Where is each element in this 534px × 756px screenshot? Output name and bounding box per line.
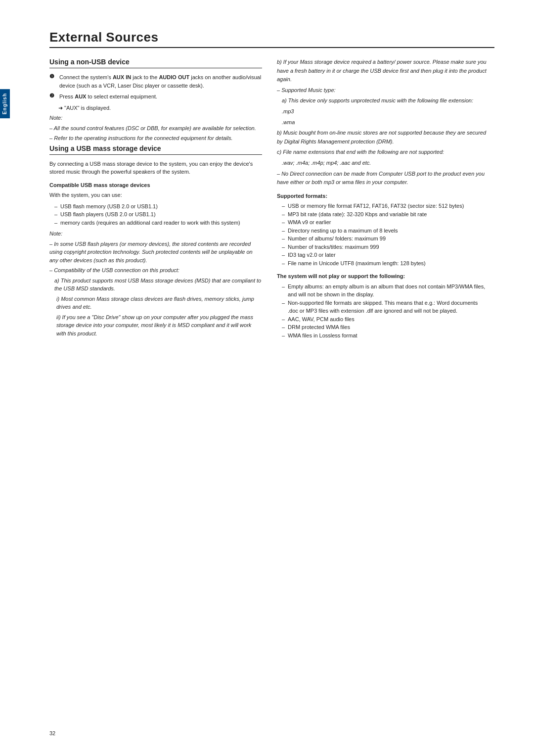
- no-play-item-1: Empty albums: an empty album is an album…: [282, 283, 490, 299]
- section2-title: Using a USB mass storage device: [49, 144, 262, 152]
- compatible-item-1: USB flash memory (USB 2.0 or USB1.1): [54, 202, 262, 211]
- note-2-line2: – Compatibility of the USB connection on…: [49, 266, 262, 275]
- note-2-line3: a) This product supports most USB Mass s…: [49, 277, 262, 293]
- compatible-intro: With the system, you can use:: [49, 191, 262, 199]
- supported-formats-title: Supported formats:: [277, 192, 490, 200]
- compatible-item-3: memory cards (requires an additional car…: [54, 219, 262, 227]
- right-note-supported-music: – Supported Music type:: [277, 86, 490, 95]
- format-item-5: Number of albums/ folders: maximum 99: [282, 235, 490, 243]
- english-tab: English: [0, 89, 10, 118]
- no-play-item-5: WMA files in Lossless format: [282, 331, 490, 340]
- no-play-item-2: Non-supported file formats are skipped. …: [282, 299, 490, 315]
- format-item-6: Number of tracks/titles: maximum 999: [282, 243, 490, 251]
- format-item-4: Directory nesting up to a maximum of 8 l…: [282, 227, 490, 235]
- format-item-2: MP3 bit rate (data rate): 32-320 Kbps an…: [282, 210, 490, 219]
- aux-in-bold: AUX IN: [113, 74, 131, 80]
- section1-rule: [49, 68, 262, 68]
- format-item-7: ID3 tag v2.0 or later: [282, 251, 490, 259]
- right-note-b: b) If your Mass storage device required …: [277, 58, 490, 84]
- right-note-wma: .wma: [277, 118, 490, 127]
- left-column: Using a non-USB device ❶ Connect the sys…: [49, 58, 262, 342]
- will-not-play-list: Empty albums: an empty album is an album…: [277, 283, 490, 340]
- compatible-item-2: USB flash players (USB 2.0 or USB1.1): [54, 210, 262, 219]
- two-column-layout: Using a non-USB device ❶ Connect the sys…: [49, 58, 494, 342]
- right-note-extensions: .wav; .m4a; .m4p; mp4; .aac and etc.: [277, 159, 490, 168]
- right-note-music-b: b) Music bought from on-line music store…: [277, 129, 490, 146]
- section2-rule: [49, 154, 262, 155]
- will-not-play-title: The system will not play or support the …: [277, 272, 490, 281]
- right-column: b) If your Mass storage device required …: [277, 58, 490, 342]
- step-1-content: Connect the system's AUX IN jack to the …: [59, 73, 262, 90]
- supported-formats-list: USB or memory file format FAT12, FAT16, …: [277, 202, 490, 267]
- compatible-items-list: USB flash memory (USB 2.0 or USB1.1) USB…: [49, 202, 262, 227]
- right-note-no-direct: – No Direct connection can be made from …: [277, 170, 490, 187]
- format-item-3: WMA v9 or earlier: [282, 218, 490, 227]
- note-label-1: Note:: [49, 114, 262, 122]
- step-2-num: ❷: [49, 93, 56, 99]
- title-rule: [49, 47, 494, 48]
- section1-title: Using a non-USB device: [49, 58, 262, 66]
- step-1-num: ❶: [49, 73, 56, 80]
- step-2: ❷ Press AUX to select external equipment…: [49, 93, 262, 101]
- arrow-note: ➜ "AUX" is displayed.: [49, 104, 262, 112]
- note-2-line4: i) Most common Mass storage class device…: [49, 295, 262, 311]
- section2-intro: By connecting a USB mass storage device …: [49, 160, 262, 176]
- note-2-line1: – In some USB flash players (or memory d…: [49, 240, 262, 265]
- format-item-1: USB or memory file format FAT12, FAT16, …: [282, 202, 490, 210]
- right-note-music-c: c) File name extensions that end with th…: [277, 148, 490, 157]
- page-title: External Sources: [49, 30, 494, 45]
- step-2-content: Press AUX to select external equipment.: [59, 93, 157, 101]
- right-note-mp3: .mp3: [277, 107, 490, 116]
- step-1: ❶ Connect the system's AUX IN jack to th…: [49, 73, 262, 90]
- note-1-line1: – All the sound control features (DSC or…: [49, 124, 262, 133]
- page: English External Sources Using a non-USB…: [0, 0, 534, 756]
- right-note-music-a: a) This device only supports unprotected…: [277, 96, 490, 105]
- page-number: 32: [49, 730, 55, 736]
- no-play-item-4: DRM protected WMA files: [282, 323, 490, 331]
- compatible-title: Compatible USB mass storage devices: [49, 181, 262, 189]
- aux-bold: AUX: [75, 94, 86, 99]
- no-play-item-3: AAC, WAV, PCM audio files: [282, 315, 490, 324]
- note-2-line5: ii) If you see a "Disc Drive" show up on…: [49, 313, 262, 338]
- format-item-8: File name in Unicode UTF8 (maximum lengt…: [282, 259, 490, 268]
- audio-out-bold: AUDIO OUT: [159, 74, 189, 80]
- note-label-2: Note:: [49, 230, 262, 238]
- note-1-line2: – Refer to the operating instructions fo…: [49, 134, 262, 142]
